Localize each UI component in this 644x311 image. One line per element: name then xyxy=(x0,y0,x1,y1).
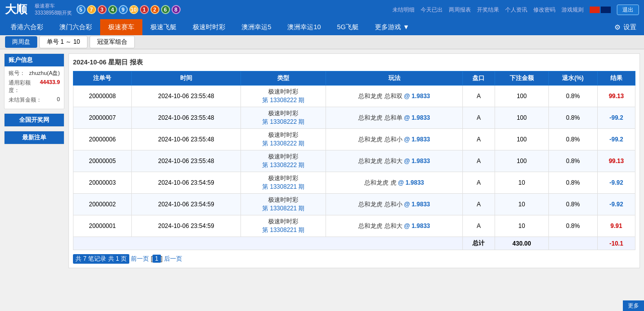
cell-order-id: 20000008 xyxy=(73,86,132,107)
table-row: 20000006 2024-10-06 23:55:48 极速时时彩 第 133… xyxy=(73,129,635,150)
col-water: 退水(%) xyxy=(548,71,597,86)
nav-settings[interactable]: ⚙ 设置 xyxy=(609,23,641,32)
top-bar: 大顺 极速赛车 33338958期开奖 5 7 3 4 9 10 1 2 6 8… xyxy=(0,0,644,19)
account-id-value: zhuzhu(A盘) xyxy=(29,69,60,77)
cell-time: 2024-10-06 23:54:59 xyxy=(131,172,240,194)
col-type: 类型 xyxy=(241,71,326,86)
cell-time: 2024-10-06 23:55:48 xyxy=(131,107,240,129)
report-title: 2024-10-06 星期日 报表 xyxy=(73,58,635,67)
pagination-next[interactable]: 后一页 xyxy=(164,255,182,262)
account-id-row: 账号： zhuzhu(A盘) xyxy=(9,69,60,77)
nav-lucky10[interactable]: 澳洲幸运10 xyxy=(279,19,329,35)
logout-button[interactable]: 退出 xyxy=(617,5,639,15)
nav-hk-lottery[interactable]: 香港六合彩 xyxy=(3,19,51,35)
cell-water: 0.8% xyxy=(548,107,597,129)
link-results[interactable]: 开奖结果 xyxy=(477,6,499,14)
account-unsettled-label: 未结算金额： xyxy=(9,96,42,104)
total-empty xyxy=(73,237,463,250)
nav-speed-boat[interactable]: 极速飞艇 xyxy=(142,19,185,35)
ball-7: 1 xyxy=(140,5,149,14)
ball-2: 7 xyxy=(87,5,96,14)
lottery-info: 极速赛车 33338958期开奖 xyxy=(35,3,72,17)
cell-amount: 100 xyxy=(495,86,548,107)
betrecord-link[interactable]: 最新注单 xyxy=(5,131,64,144)
flag-en xyxy=(601,7,611,13)
table-row: 20000001 2024-10-06 23:54:59 极速时时彩 第 133… xyxy=(73,215,635,237)
link-today[interactable]: 今天已出 xyxy=(421,6,443,14)
cell-time: 2024-10-06 23:55:48 xyxy=(131,86,240,107)
cell-pan: A xyxy=(462,86,495,107)
cell-time: 2024-10-06 23:54:59 xyxy=(131,215,240,237)
settings-label: 设置 xyxy=(623,23,636,32)
site-logo: 大顺 xyxy=(5,2,27,17)
ball-1: 5 xyxy=(76,5,86,14)
cell-order-id: 20000006 xyxy=(73,129,132,150)
betrecord-section: 最新注单 xyxy=(4,131,64,144)
account-title: 账户信息 xyxy=(5,54,64,66)
cell-result: 9.91 xyxy=(597,215,635,237)
ball-8: 2 xyxy=(150,5,159,14)
cell-type: 极速时时彩 第 13308222 期 xyxy=(241,107,326,129)
cell-amount: 10 xyxy=(495,215,548,237)
account-quota-value: 44433.9 xyxy=(40,79,60,94)
flag-cn xyxy=(590,7,600,13)
table-row: 20000002 2024-10-06 23:54:59 极速时时彩 第 133… xyxy=(73,194,635,215)
total-water-empty xyxy=(548,237,597,250)
gear-icon: ⚙ xyxy=(614,23,621,31)
subnav-combo[interactable]: 冠亚军组合 xyxy=(90,36,135,48)
link-profile[interactable]: 个人资讯 xyxy=(505,6,527,14)
col-play: 玩法 xyxy=(326,71,462,86)
cell-type: 极速时时彩 第 13308221 期 xyxy=(241,172,326,194)
openresult-link[interactable]: 全国开奖网 xyxy=(5,114,64,126)
sidebar: 账户信息 账号： zhuzhu(A盘) 通用彩额度： 44433.9 未结算金额… xyxy=(4,53,64,148)
link-password[interactable]: 修改密码 xyxy=(533,6,555,14)
ball-9: 6 xyxy=(161,5,170,14)
link-rules[interactable]: 游戏规则 xyxy=(561,6,584,14)
cell-play: 总和龙虎 虎 @ 1.9833 xyxy=(326,172,462,194)
link-report[interactable]: 两周报表 xyxy=(449,6,471,14)
total-row: 总计 430.00 -10.1 xyxy=(73,237,635,250)
cell-time: 2024-10-06 23:55:48 xyxy=(131,129,240,150)
col-time: 时间 xyxy=(131,71,240,86)
top-links: 未结明细 今天已出 两周报表 开奖结果 个人资讯 修改密码 游戏规则 退出 xyxy=(392,5,639,15)
cell-order-id: 20000002 xyxy=(73,194,132,215)
subnav-single[interactable]: 单号 1 ～ 10 xyxy=(39,36,88,48)
pagination-prev[interactable]: 前一页 xyxy=(131,255,149,262)
cell-result: -9.92 xyxy=(597,172,635,194)
cell-pan: A xyxy=(462,172,495,194)
cell-amount: 100 xyxy=(495,129,548,150)
subnav-biweekly[interactable]: 两周盘 xyxy=(5,36,37,48)
cell-type: 极速时时彩 第 13308221 期 xyxy=(241,215,326,237)
account-content: 账号： zhuzhu(A盘) 通用彩额度： 44433.9 未结算金额： 0 xyxy=(5,66,64,109)
col-result: 结果 xyxy=(597,71,635,86)
table-row: 20000003 2024-10-06 23:54:59 极速时时彩 第 133… xyxy=(73,172,635,194)
cell-amount: 10 xyxy=(495,172,548,194)
cell-water: 0.8% xyxy=(548,86,597,107)
report-table: 注单号 时间 类型 玩法 盘口 下注金额 退水(%) 结果 20000008 2… xyxy=(73,71,635,250)
pagination-current: 1 xyxy=(152,255,161,263)
balls-row: 5 7 3 4 9 10 1 2 6 8 xyxy=(76,5,181,14)
link-unsettled[interactable]: 未结明细 xyxy=(392,6,415,14)
cell-play: 总和龙虎 总和小 @ 1.9833 xyxy=(326,129,462,150)
ball-3: 3 xyxy=(98,5,107,14)
nav-speed-car[interactable]: 极速赛车 xyxy=(100,19,142,35)
cell-play: 总和龙虎 总和单 @ 1.9833 xyxy=(326,107,462,129)
cell-play: 总和龙虎 总和双 @ 1.9833 xyxy=(326,86,462,107)
nav-speed-ssc[interactable]: 极速时时彩 xyxy=(185,19,233,35)
nav-lucky5[interactable]: 澳洲幸运5 xyxy=(233,19,279,35)
cell-pan: A xyxy=(462,129,495,150)
total-result: -10.1 xyxy=(597,237,635,250)
nav-more-games[interactable]: 更多游戏 ▼ xyxy=(367,19,417,35)
account-unsettled-row: 未结算金额： 0 xyxy=(9,96,60,104)
cell-play: 总和龙虎 总和小 @ 1.9833 xyxy=(326,194,462,215)
table-row: 20000005 2024-10-06 23:55:48 极速时时彩 第 133… xyxy=(73,150,635,172)
ball-4: 4 xyxy=(108,5,117,14)
nav-5g[interactable]: 5G飞艇 xyxy=(329,19,367,35)
cell-type: 极速时时彩 第 13308221 期 xyxy=(241,194,326,215)
account-quota-label: 通用彩额度： xyxy=(9,79,40,94)
cell-order-id: 20000007 xyxy=(73,107,132,129)
nav-macau-lottery[interactable]: 澳门六合彩 xyxy=(51,19,100,35)
ball-5: 9 xyxy=(119,5,128,14)
lottery-name: 极速赛车 xyxy=(35,3,72,10)
cell-result: 99.13 xyxy=(597,150,635,172)
